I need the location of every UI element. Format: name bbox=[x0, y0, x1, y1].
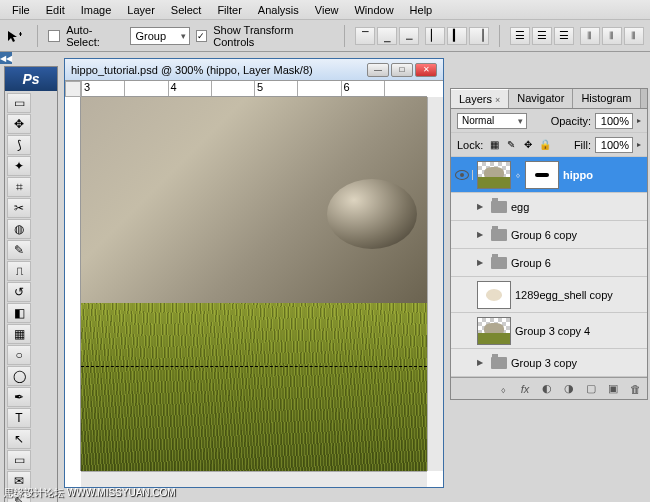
menu-analysis[interactable]: Analysis bbox=[250, 2, 307, 18]
fill-input[interactable]: 100% bbox=[595, 137, 633, 153]
align-vcenter-icon[interactable]: ⎯ bbox=[377, 27, 397, 45]
wand-tool[interactable]: ✦ bbox=[7, 156, 31, 176]
layer-row[interactable]: ⬨ hippo bbox=[451, 157, 647, 193]
menu-select[interactable]: Select bbox=[163, 2, 210, 18]
dist-vcenter-icon[interactable]: ☰ bbox=[532, 27, 552, 45]
adjustment-icon[interactable]: ◑ bbox=[561, 382, 577, 395]
move-tool[interactable]: ✥ bbox=[7, 114, 31, 134]
layer-thumbnail[interactable] bbox=[477, 281, 511, 309]
eraser-tool[interactable]: ◧ bbox=[7, 303, 31, 323]
lock-label: Lock: bbox=[457, 139, 483, 151]
auto-select-dropdown[interactable]: Group bbox=[130, 27, 189, 45]
opacity-slider-icon[interactable]: ▸ bbox=[637, 116, 641, 125]
lock-transparency-icon[interactable]: ▦ bbox=[487, 138, 501, 152]
layer-thumbnail[interactable] bbox=[477, 161, 511, 189]
pen-tool[interactable]: ✒ bbox=[7, 387, 31, 407]
tab-navigator[interactable]: Navigator bbox=[509, 89, 573, 108]
trash-icon[interactable]: 🗑 bbox=[627, 383, 643, 395]
layer-row[interactable]: ▶ Group 3 copy bbox=[451, 349, 647, 377]
align-hcenter-icon[interactable]: ▎ bbox=[447, 27, 467, 45]
lock-position-icon[interactable]: ✥ bbox=[521, 138, 535, 152]
type-tool[interactable]: T bbox=[7, 408, 31, 428]
auto-select-checkbox[interactable] bbox=[48, 30, 60, 42]
expand-icon[interactable]: ▶ bbox=[477, 202, 487, 211]
link-layers-icon[interactable]: ⬨ bbox=[495, 383, 511, 395]
close-icon[interactable]: × bbox=[495, 95, 500, 105]
canvas[interactable] bbox=[81, 97, 427, 471]
heal-tool[interactable]: ◍ bbox=[7, 219, 31, 239]
blur-tool[interactable]: ○ bbox=[7, 345, 31, 365]
dist-top-icon[interactable]: ☰ bbox=[510, 27, 530, 45]
lock-all-icon[interactable]: 🔒 bbox=[538, 138, 552, 152]
align-right-icon[interactable]: ▕ bbox=[469, 27, 489, 45]
layer-name[interactable]: egg bbox=[511, 201, 529, 213]
dist-bottom-icon[interactable]: ☰ bbox=[554, 27, 574, 45]
fill-label: Fill: bbox=[574, 139, 591, 151]
path-tool[interactable]: ↖ bbox=[7, 429, 31, 449]
history-brush-tool[interactable]: ↺ bbox=[7, 282, 31, 302]
new-layer-icon[interactable]: ▣ bbox=[605, 382, 621, 395]
marquee-tool[interactable]: ▭ bbox=[7, 93, 31, 113]
tab-layers[interactable]: Layers× bbox=[451, 89, 509, 108]
slice-tool[interactable]: ✂ bbox=[7, 198, 31, 218]
menu-layer[interactable]: Layer bbox=[119, 2, 163, 18]
align-bottom-icon[interactable]: ⎽ bbox=[399, 27, 419, 45]
menu-view[interactable]: View bbox=[307, 2, 347, 18]
menu-image[interactable]: Image bbox=[73, 2, 120, 18]
layer-name[interactable]: Group 6 copy bbox=[511, 229, 577, 241]
group-icon[interactable]: ▢ bbox=[583, 382, 599, 395]
toolbox: Ps ▭ ✥ ⟆ ✦ ⌗ ✂ ◍ ✎ ⎍ ↺ ◧ ▦ ○ ◯ ✒ T ↖ ▭ ✉… bbox=[4, 66, 58, 502]
layer-row[interactable]: ▶ egg bbox=[451, 193, 647, 221]
lock-pixels-icon[interactable]: ✎ bbox=[504, 138, 518, 152]
gradient-tool[interactable]: ▦ bbox=[7, 324, 31, 344]
scrollbar-horizontal[interactable] bbox=[81, 471, 427, 487]
dist-left-icon[interactable]: ⫴ bbox=[580, 27, 600, 45]
align-left-icon[interactable]: ▏ bbox=[425, 27, 445, 45]
fill-slider-icon[interactable]: ▸ bbox=[637, 140, 641, 149]
opacity-input[interactable]: 100% bbox=[595, 113, 633, 129]
mask-thumbnail[interactable] bbox=[525, 161, 559, 189]
menu-window[interactable]: Window bbox=[346, 2, 401, 18]
expand-icon[interactable]: ▶ bbox=[477, 258, 487, 267]
maximize-button[interactable]: □ bbox=[391, 63, 413, 77]
minimize-button[interactable]: — bbox=[367, 63, 389, 77]
dist-hcenter-icon[interactable]: ⫴ bbox=[602, 27, 622, 45]
menu-help[interactable]: Help bbox=[402, 2, 441, 18]
expand-icon[interactable]: ▶ bbox=[477, 358, 487, 367]
crop-tool[interactable]: ⌗ bbox=[7, 177, 31, 197]
layer-name[interactable]: 1289egg_shell copy bbox=[515, 289, 613, 301]
blend-mode-dropdown[interactable]: Normal bbox=[457, 113, 527, 129]
layer-name[interactable]: Group 6 bbox=[511, 257, 551, 269]
layer-row[interactable]: Group 3 copy 4 bbox=[451, 313, 647, 349]
ruler-horizontal[interactable]: 3 4 5 6 bbox=[81, 81, 427, 97]
stamp-tool[interactable]: ⎍ bbox=[7, 261, 31, 281]
layer-row[interactable]: ▶ Group 6 bbox=[451, 249, 647, 277]
align-top-icon[interactable]: ⎺ bbox=[355, 27, 375, 45]
layer-thumbnail[interactable] bbox=[477, 317, 511, 345]
dist-right-icon[interactable]: ⫴ bbox=[624, 27, 644, 45]
layer-name[interactable]: Group 3 copy 4 bbox=[515, 325, 590, 337]
menu-edit[interactable]: Edit bbox=[38, 2, 73, 18]
brush-tool[interactable]: ✎ bbox=[7, 240, 31, 260]
scrollbar-vertical[interactable] bbox=[427, 97, 443, 471]
expand-icon[interactable]: ▶ bbox=[477, 230, 487, 239]
show-transform-checkbox[interactable]: ✓ bbox=[196, 30, 208, 42]
layer-row[interactable]: 1289egg_shell copy bbox=[451, 277, 647, 313]
dodge-tool[interactable]: ◯ bbox=[7, 366, 31, 386]
lasso-tool[interactable]: ⟆ bbox=[7, 135, 31, 155]
shape-tool[interactable]: ▭ bbox=[7, 450, 31, 470]
visibility-icon[interactable] bbox=[455, 170, 469, 180]
mask-icon[interactable]: ◐ bbox=[539, 382, 555, 395]
fx-icon[interactable]: fx bbox=[517, 383, 533, 395]
layer-name[interactable]: Group 3 copy bbox=[511, 357, 577, 369]
ruler-vertical[interactable] bbox=[65, 97, 81, 471]
layer-name[interactable]: hippo bbox=[563, 169, 593, 181]
layer-row[interactable]: ▶ Group 6 copy bbox=[451, 221, 647, 249]
close-button[interactable]: ✕ bbox=[415, 63, 437, 77]
tab-histogram[interactable]: Histogram bbox=[573, 89, 640, 108]
collapse-toolbox-icon[interactable]: ◀◀ bbox=[0, 52, 12, 64]
menu-file[interactable]: File bbox=[4, 2, 38, 18]
ruler-origin[interactable] bbox=[65, 81, 81, 97]
menu-filter[interactable]: Filter bbox=[209, 2, 249, 18]
document-titlebar[interactable]: hippo_tutorial.psd @ 300% (hippo, Layer … bbox=[65, 59, 443, 81]
